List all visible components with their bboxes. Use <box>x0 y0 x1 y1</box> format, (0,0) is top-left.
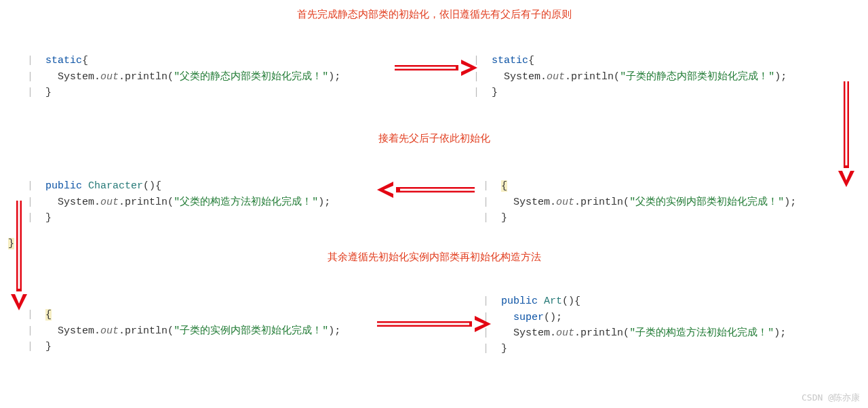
arrow-down-left <box>11 201 27 310</box>
watermark: CSDN @陈亦康 <box>802 392 860 404</box>
arrow-static-to-static <box>395 60 477 76</box>
arrow-down-right <box>838 81 854 187</box>
annotation-arrows <box>0 0 868 408</box>
arrow-instance-to-constructor <box>377 182 475 198</box>
arrow-instance-to-art <box>377 316 491 332</box>
